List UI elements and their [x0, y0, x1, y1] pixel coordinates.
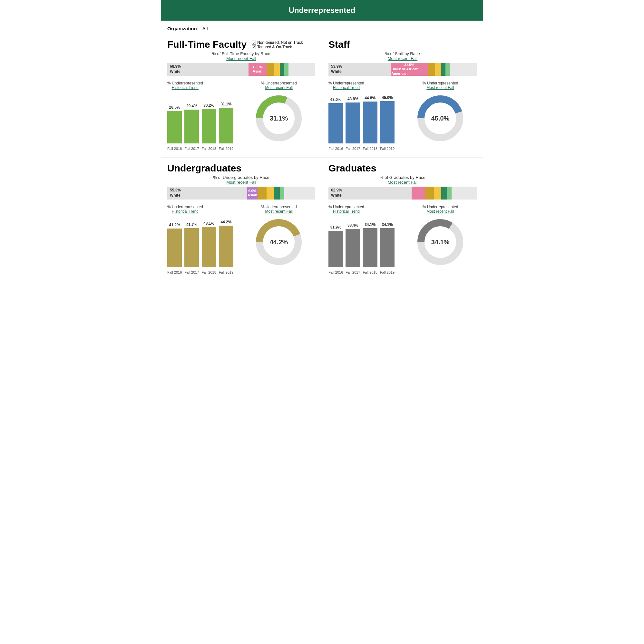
undergrads-bar-chart: % Underrepresented Historical Trend 41.2…: [167, 205, 240, 274]
undergrads-race-bar: 55.3% White 6.6% Asian: [167, 187, 315, 200]
graduates-bar-chart: % Underrepresented Historical Trend 31.9…: [328, 205, 401, 274]
undergrads-recent-link[interactable]: Most recent Fall: [265, 209, 293, 214]
checkbox-2: ✓: [252, 45, 256, 49]
undergrads-donut-chart: 44.2%: [253, 216, 305, 268]
faculty-title: Full-Time Faculty: [167, 39, 247, 50]
staff-recent-link[interactable]: Most recent Fall: [426, 85, 454, 90]
faculty-title-row: Full-Time Faculty ✓ Non-tenured, Not on …: [167, 39, 315, 51]
faculty-charts-row: % Underrepresented Historical Trend 28.5…: [167, 81, 315, 151]
graduates-race-bar: 62.9% White: [328, 187, 477, 200]
org-label: Organization:: [167, 26, 199, 31]
faculty-hist-link[interactable]: Historical Trend: [172, 85, 199, 90]
graduates-hist-link[interactable]: Historical Trend: [333, 209, 360, 214]
graduates-donut: % Underrepresented Most recent Fall 34.1…: [404, 205, 477, 268]
bar-item: 43.8%Fall 2017: [346, 97, 360, 151]
staff-subtitle-race: % of Staff by Race Most recent Fall: [328, 51, 477, 61]
staff-hist-link[interactable]: Historical Trend: [333, 85, 360, 90]
staff-charts-row: % Underrepresented Historical Trend 43.0…: [328, 81, 477, 151]
section-staff: Staff % of Staff by Race Most recent Fal…: [322, 34, 483, 158]
legend-label-1: Non-tenured, Not on Track: [257, 40, 303, 45]
svg-text:34.1%: 34.1%: [431, 239, 450, 246]
main-grid: Full-Time Faculty ✓ Non-tenured, Not on …: [161, 34, 483, 281]
checkbox-1: ✓: [252, 41, 256, 45]
svg-text:44.2%: 44.2%: [270, 239, 288, 246]
legend-label-2: Tenured & On-Track: [257, 45, 292, 49]
faculty-legend: ✓ Non-tenured, Not on Track ✓ Tenured & …: [252, 40, 303, 49]
faculty-subtitle-link[interactable]: Most recent Fall: [226, 56, 256, 61]
bar-item: 30.2%Fall 2018: [202, 103, 216, 151]
org-value: All: [202, 26, 208, 31]
svg-text:31.1%: 31.1%: [270, 115, 288, 122]
staff-race-bar: 53.9% White 31.5% Black or African Ameri…: [328, 63, 477, 76]
bar-item: 43.0%Fall 2016: [328, 97, 343, 151]
legend-item-1: ✓ Non-tenured, Not on Track: [252, 40, 303, 45]
faculty-bar-chart: % Underrepresented Historical Trend 28.5…: [167, 81, 240, 151]
undergrads-charts-row: % Underrepresented Historical Trend 41.2…: [167, 205, 315, 274]
bar-item: 41.7%Fall 2017: [184, 222, 199, 274]
staff-bar-chart: % Underrepresented Historical Trend 43.0…: [328, 81, 401, 151]
bar-item: 33.4%Fall 2017: [346, 223, 360, 274]
header-title: Underrepresented: [289, 6, 356, 15]
bar-item: 28.5%Fall 2016: [167, 105, 182, 151]
bar-item: 34.1%Fall 2019: [380, 222, 395, 274]
staff-bars: 43.0%Fall 201643.8%Fall 201744.8%Fall 20…: [328, 93, 395, 151]
page-header: Underrepresented: [161, 0, 483, 21]
bar-item: 34.1%Fall 2018: [363, 222, 377, 274]
undergrads-subtitle-link[interactable]: Most recent Fall: [226, 180, 256, 185]
graduates-bars: 31.9%Fall 201633.4%Fall 201734.1%Fall 20…: [328, 216, 395, 274]
legend-item-2: ✓ Tenured & On-Track: [252, 45, 303, 49]
svg-text:45.0%: 45.0%: [431, 115, 450, 122]
bar-item: 44.8%Fall 2018: [363, 96, 377, 151]
graduates-subtitle-race: % of Graduates by Race Most recent Fall: [328, 175, 477, 185]
bar-item: 43.1%Fall 2018: [202, 221, 216, 274]
staff-donut-chart: 45.0%: [415, 93, 466, 144]
graduates-donut-chart: 34.1%: [415, 216, 466, 268]
staff-subtitle-link[interactable]: Most recent Fall: [388, 56, 417, 61]
bar-item: 29.4%Fall 2017: [184, 104, 199, 151]
faculty-donut: % Underrepresented Most recent Fall 31.1…: [243, 81, 316, 144]
graduates-title: Graduates: [328, 163, 477, 174]
section-graduates: Graduates % of Graduates by Race Most re…: [322, 158, 483, 281]
org-row: Organization: All: [161, 24, 483, 34]
undergrads-bars: 41.2%Fall 201641.7%Fall 201743.1%Fall 20…: [167, 216, 233, 274]
faculty-donut-chart: 31.1%: [253, 93, 305, 144]
faculty-bars: 28.5%Fall 201629.4%Fall 201730.2%Fall 20…: [167, 93, 233, 151]
faculty-race-bar: 68.9% White 15.5% Asian: [167, 63, 315, 76]
graduates-subtitle-link[interactable]: Most recent Fall: [388, 180, 417, 185]
faculty-recent-link[interactable]: Most recent Fall: [265, 85, 293, 90]
staff-title: Staff: [328, 39, 477, 50]
graduates-charts-row: % Underrepresented Historical Trend 31.9…: [328, 205, 477, 274]
section-undergrads: Undergraduates % of Undergraduates by Ra…: [161, 158, 322, 281]
section-faculty: Full-Time Faculty ✓ Non-tenured, Not on …: [161, 34, 322, 158]
staff-donut: % Underrepresented Most recent Fall 45.0…: [404, 81, 477, 144]
graduates-recent-link[interactable]: Most recent Fall: [426, 209, 454, 214]
undergrads-hist-link[interactable]: Historical Trend: [172, 209, 199, 214]
undergrads-donut: % Underrepresented Most recent Fall 44.2…: [243, 205, 316, 268]
bar-item: 41.2%Fall 2016: [167, 223, 182, 274]
bar-item: 44.2%Fall 2019: [219, 220, 233, 274]
bar-item: 31.9%Fall 2016: [328, 225, 343, 274]
bar-item: 45.0%Fall 2019: [380, 95, 395, 151]
undergrads-subtitle-race: % of Undergraduates by Race Most recent …: [167, 175, 315, 185]
bar-item: 31.1%Fall 2019: [219, 102, 233, 151]
undergrads-title: Undergraduates: [167, 163, 315, 174]
faculty-subtitle-race: % of Full-Time Faculty by Race Most rece…: [167, 51, 315, 61]
